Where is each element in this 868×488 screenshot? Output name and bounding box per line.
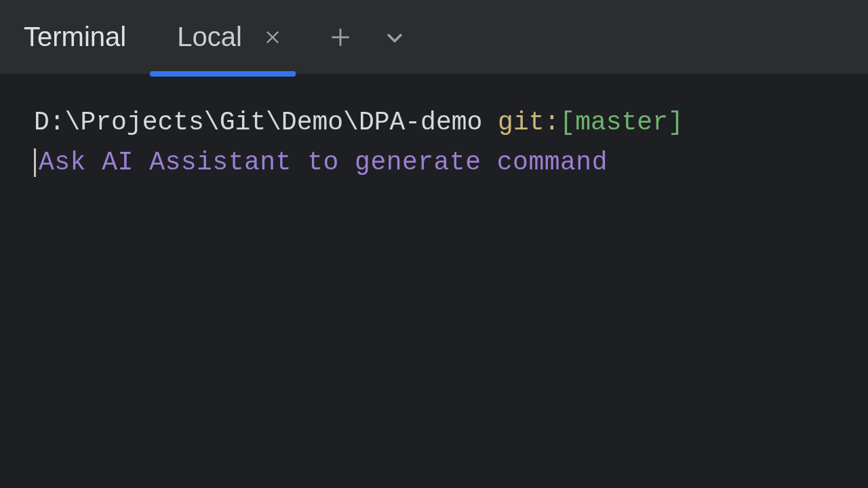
- ai-placeholder: Ask AI Assistant to generate command: [39, 145, 608, 180]
- tab-label: Local: [177, 22, 242, 52]
- current-path: D:\Projects\Git\Demo\DPA-demo: [34, 105, 482, 140]
- terminal-title: Terminal: [24, 22, 126, 52]
- terminal-header: Terminal Local: [0, 0, 868, 75]
- close-tab-icon[interactable]: [256, 20, 290, 54]
- prompt-line: D:\Projects\Git\Demo\DPA-demo git: [ mas…: [34, 105, 834, 140]
- text-cursor: [34, 148, 36, 177]
- terminal-output[interactable]: D:\Projects\Git\Demo\DPA-demo git: [ mas…: [0, 75, 868, 211]
- git-branch: master: [575, 105, 668, 140]
- tab-local[interactable]: Local: [170, 0, 323, 74]
- dropdown-icon[interactable]: [378, 20, 412, 54]
- active-tab-indicator: [150, 71, 296, 77]
- git-label: git:: [482, 105, 559, 140]
- branch-bracket-close: ]: [668, 105, 684, 140]
- command-input-line[interactable]: Ask AI Assistant to generate command: [34, 145, 834, 180]
- branch-bracket-open: [: [559, 105, 575, 140]
- new-tab-icon[interactable]: [323, 20, 357, 54]
